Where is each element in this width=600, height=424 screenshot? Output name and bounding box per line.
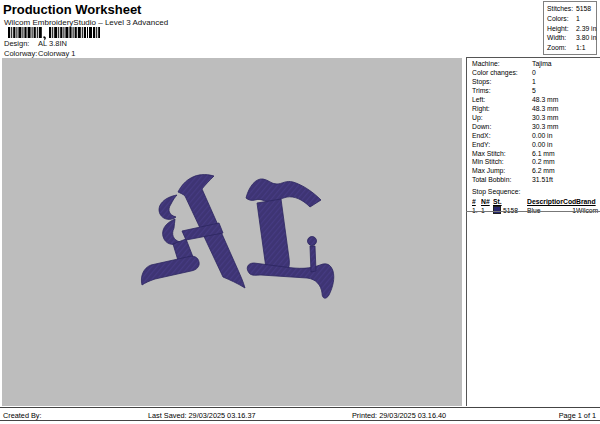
- machine-row: Stops:1: [472, 78, 600, 87]
- max-stitch-value: 6.1 mm: [532, 150, 555, 157]
- machine-row: Min Stitch:0.2 mm: [472, 158, 600, 167]
- printed-label: Printed: 29/03/2025 03.16.40: [352, 411, 446, 420]
- col-header-n: N#: [481, 198, 493, 206]
- color-changes-value: 0: [532, 69, 536, 76]
- monogram-al-graphic: [140, 168, 340, 300]
- machine-row: Color changes:0: [472, 69, 600, 78]
- last-saved-label: Last Saved: 29/03/2025 03.16.37: [148, 411, 256, 420]
- page-title: Production Worksheet: [3, 2, 141, 17]
- min-stitch-value: 0.2 mm: [532, 158, 555, 165]
- endx-label: EndX:: [472, 132, 532, 141]
- machine-row: Right:48.3 mm: [472, 105, 600, 114]
- max-stitch-label: Max Stitch:: [472, 150, 532, 159]
- endy-value: 0.00 in: [532, 141, 552, 148]
- color-changes-label: Color changes:: [472, 69, 532, 78]
- summary-row: Stitches:5158: [547, 4, 596, 14]
- page-number-label: Page 1 of 1: [559, 411, 596, 420]
- endy-label: EndY:: [472, 141, 532, 150]
- total-bobbin-label: Total Bobbin:: [472, 176, 532, 185]
- created-by-label: Created By:: [3, 411, 42, 420]
- machine-row: Machine:Tajima: [472, 60, 600, 69]
- machine-row: Total Bobbin:31.51ft: [472, 176, 600, 185]
- left-label: Left:: [472, 96, 532, 105]
- design-value: AL 3.8IN: [38, 39, 67, 48]
- zoom-value: 1:1: [576, 44, 585, 51]
- stop-sequence-header-row: # N# St. Description Code Brand: [472, 198, 599, 206]
- up-label: Up:: [472, 114, 532, 123]
- colorway-row: Colorway:Colorway 1: [4, 49, 76, 58]
- max-jump-label: Max Jump:: [472, 167, 532, 176]
- design-label: Design:: [4, 39, 38, 48]
- machine-row: Left:48.3 mm: [472, 96, 600, 105]
- stitches-label: Stitches:: [547, 4, 576, 14]
- col-header-num: #: [472, 198, 481, 206]
- width-value: 3.80 in: [576, 34, 596, 41]
- col-header-code: Code: [563, 198, 576, 206]
- stops-value: 1: [532, 78, 536, 85]
- height-label: Height:: [547, 24, 576, 34]
- machine-row: Trims:5: [472, 87, 600, 96]
- width-label: Width:: [547, 33, 576, 43]
- trims-label: Trims:: [472, 87, 532, 96]
- summary-row: Height:2.39 in: [547, 24, 596, 34]
- machine-row: Down:30.3 mm: [472, 123, 600, 132]
- trims-value: 5: [532, 87, 536, 94]
- summary-row: Colors:1: [547, 14, 596, 24]
- colorway-value: Colorway 1: [38, 49, 76, 58]
- down-value: 30.3 mm: [532, 123, 558, 130]
- stop-sequence-table: # N# St. Description Code Brand 1. 1 515…: [472, 198, 599, 215]
- machine-value: Tajima: [532, 60, 552, 67]
- footer-bar: Created By: Last Saved: 29/03/2025 03.16…: [0, 407, 600, 421]
- right-value: 48.3 mm: [532, 105, 558, 112]
- design-preview-canvas: [2, 58, 462, 406]
- machine-row: EndX:0.00 in: [472, 132, 600, 141]
- stops-label: Stops:: [472, 78, 532, 87]
- summary-row: Width:3.80 in: [547, 33, 596, 43]
- machine-row: EndY:0.00 in: [472, 141, 600, 150]
- design-name-row: Design:AL 3.8IN: [4, 39, 67, 48]
- machine-label: Machine:: [472, 60, 532, 69]
- down-label: Down:: [472, 123, 532, 132]
- colors-value: 1: [576, 15, 580, 22]
- machine-row: Up:30.3 mm: [472, 114, 600, 123]
- left-value: 48.3 mm: [532, 96, 558, 103]
- stitches-value: 5158: [576, 5, 591, 12]
- right-label: Right:: [472, 105, 532, 114]
- up-value: 30.3 mm: [532, 114, 558, 121]
- zoom-label: Zoom:: [547, 43, 576, 53]
- endx-value: 0.00 in: [532, 132, 552, 139]
- col-header-brand: Brand: [576, 198, 599, 206]
- summary-row: Zoom:1:1: [547, 43, 596, 53]
- stop-sequence-divider: [466, 211, 600, 212]
- design-summary-box: Stitches:5158 Colors:1 Height:2.39 in Wi…: [543, 1, 597, 55]
- production-worksheet-page: { "header": { "title": "Production Works…: [0, 0, 600, 424]
- stop-sequence-title: Stop Sequence:: [472, 188, 600, 197]
- height-value: 2.39 in: [576, 25, 596, 32]
- machine-row: Max Stitch:6.1 mm: [472, 150, 600, 159]
- total-bobbin-value: 31.51ft: [532, 176, 553, 183]
- machine-info-panel: Machine:Tajima Color changes:0 Stops:1 T…: [466, 57, 600, 406]
- col-header-st: St.: [493, 198, 527, 206]
- max-jump-value: 6.2 mm: [532, 167, 555, 174]
- embroidery-design-al: [140, 168, 340, 304]
- app-subtitle: Wilcom EmbroideryStudio – Level 3 Advanc…: [4, 18, 168, 27]
- col-header-description: Description: [527, 198, 563, 206]
- min-stitch-label: Min Stitch:: [472, 158, 532, 167]
- colorway-label: Colorway:: [4, 49, 38, 58]
- machine-row: Max Jump:6.2 mm: [472, 167, 600, 176]
- colors-label: Colors:: [547, 14, 576, 24]
